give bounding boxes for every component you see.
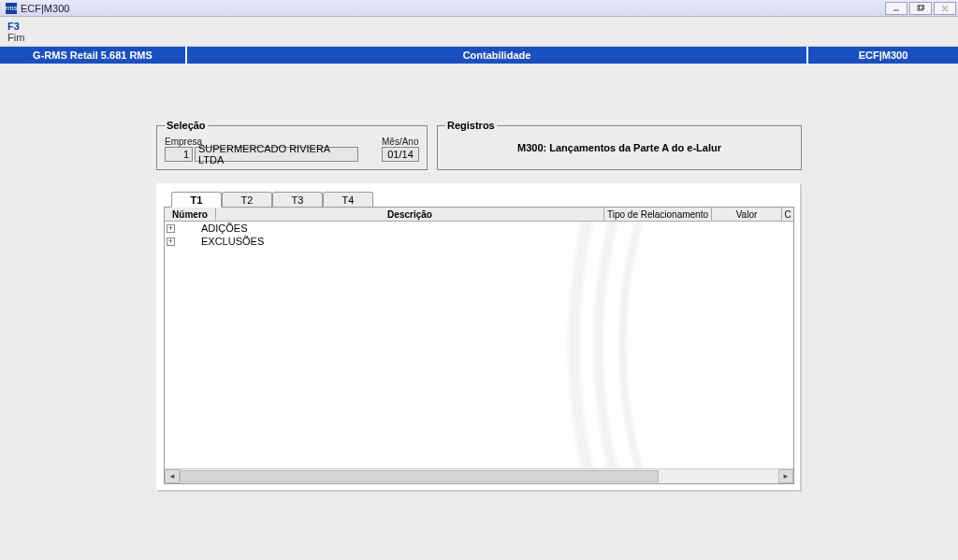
input-empresa-nome[interactable]: SUPERMERCADO RIVIERA LTDA	[195, 147, 358, 162]
close-button[interactable]	[934, 2, 956, 15]
form: Seleção Empresa 1 SUPERMERCADO RIVIERA L…	[156, 120, 802, 492]
table-row[interactable]: + ADIÇÕES	[165, 222, 793, 235]
table-row[interactable]: + EXCLUSÕES	[165, 235, 793, 248]
legend-selecao: Seleção	[165, 120, 208, 131]
window-title: rms ECF|M300	[2, 3, 69, 14]
tab-t2[interactable]: T2	[222, 192, 272, 208]
tab-t4[interactable]: T4	[323, 192, 373, 208]
header-module: Contabilidade	[187, 47, 808, 64]
header-app-version: G-RMS Retail 5.681 RMS	[0, 47, 187, 64]
input-mesano[interactable]: 01/14	[382, 147, 419, 162]
grid-panel: T1 T2 T3 T4 Número Descrição Tipo de Rel…	[156, 183, 802, 492]
fieldset-registros: Registros M300: Lançamentos da Parte A d…	[437, 120, 802, 170]
menu-fim[interactable]: Fim	[7, 32, 951, 43]
col-descricao[interactable]: Descrição	[216, 208, 604, 221]
scroll-track[interactable]	[180, 469, 778, 483]
fieldset-selecao: Seleção Empresa 1 SUPERMERCADO RIVIERA L…	[156, 120, 428, 170]
label-mesano: Mês/Ano	[382, 136, 419, 147]
scroll-right-icon[interactable]: ►	[778, 469, 793, 483]
row-label: ADIÇÕES	[201, 223, 248, 234]
window-title-text: ECF|M300	[21, 3, 69, 14]
scroll-thumb[interactable]	[180, 470, 659, 482]
scroll-left-icon[interactable]: ◄	[165, 469, 180, 483]
registros-title: M300: Lançamentos da Parte A do e-Lalur	[445, 136, 793, 159]
header-screen: ECF|M300	[808, 47, 958, 64]
workarea: Seleção Empresa 1 SUPERMERCADO RIVIERA L…	[0, 64, 958, 492]
app-icon: rms	[6, 3, 17, 14]
maximize-button[interactable]	[909, 2, 932, 15]
grid-header: Número Descrição Tipo de Relacionamento …	[165, 208, 793, 222]
grid: Número Descrição Tipo de Relacionamento …	[164, 207, 794, 484]
expand-icon[interactable]: +	[167, 237, 175, 246]
row-label: EXCLUSÕES	[201, 236, 264, 247]
header-bar: G-RMS Retail 5.681 RMS Contabilidade ECF…	[0, 47, 958, 64]
tabs: T1 T2 T3 T4	[171, 191, 794, 207]
col-extra[interactable]: C	[782, 208, 793, 221]
tab-t3[interactable]: T3	[272, 192, 323, 208]
minimize-button[interactable]	[885, 2, 907, 15]
tab-t1[interactable]: T1	[171, 192, 222, 208]
col-tipo-relacionamento[interactable]: Tipo de Relacionamento	[604, 208, 712, 221]
window-titlebar: rms ECF|M300	[0, 0, 958, 17]
horizontal-scrollbar[interactable]: ◄ ►	[165, 468, 793, 483]
menubar: F3 Fim	[0, 17, 958, 47]
col-numero[interactable]: Número	[165, 208, 216, 221]
input-empresa-num[interactable]: 1	[165, 147, 193, 162]
window-controls	[885, 2, 956, 15]
grid-body: + ADIÇÕES + EXCLUSÕES	[165, 222, 793, 468]
expand-icon[interactable]: +	[167, 224, 175, 233]
menu-f3[interactable]: F3	[7, 21, 951, 32]
col-valor[interactable]: Valor	[712, 208, 782, 221]
legend-registros: Registros	[445, 120, 497, 131]
